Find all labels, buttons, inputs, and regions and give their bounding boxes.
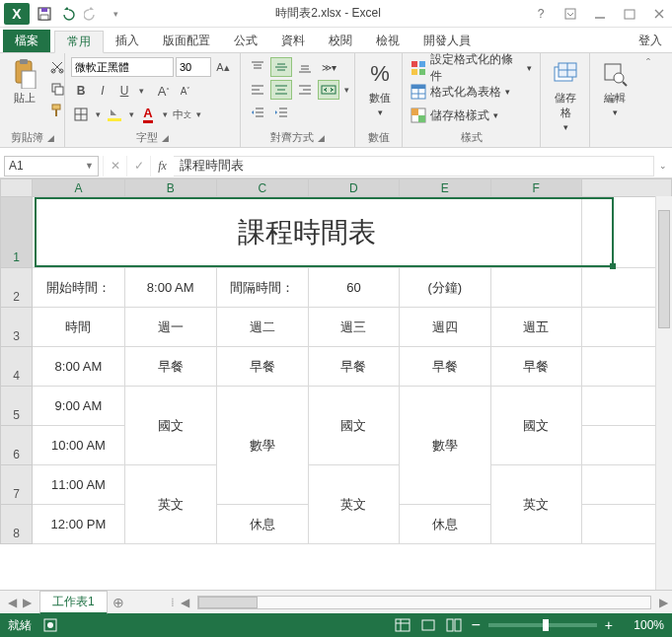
- align-bottom-icon[interactable]: [294, 57, 316, 77]
- cell-B7[interactable]: 英文: [124, 465, 216, 544]
- close-icon[interactable]: [650, 5, 668, 23]
- tab-review[interactable]: 校閱: [317, 30, 364, 52]
- zoom-slider-thumb[interactable]: [543, 619, 549, 631]
- phonetic-icon[interactable]: 中文: [172, 105, 191, 124]
- underline-more-icon[interactable]: ▾: [136, 81, 146, 101]
- align-left-icon[interactable]: [247, 80, 268, 100]
- expand-formula-bar-icon[interactable]: ⌄: [654, 161, 672, 171]
- col-header-B[interactable]: B: [124, 179, 216, 197]
- cell-C2[interactable]: 間隔時間：: [216, 268, 308, 308]
- cell-F4[interactable]: 早餐: [490, 347, 581, 387]
- tab-view[interactable]: 檢視: [364, 30, 411, 52]
- fill-color-icon[interactable]: [105, 105, 124, 124]
- fill-more-icon[interactable]: ▾: [126, 105, 136, 124]
- cell-A6[interactable]: 10:00 AM: [33, 426, 125, 465]
- cell-C4[interactable]: 早餐: [216, 347, 308, 387]
- undo-icon[interactable]: [59, 5, 77, 23]
- orientation-icon[interactable]: ≫▾: [318, 57, 339, 77]
- tab-insert[interactable]: 插入: [104, 30, 151, 52]
- cell-A2[interactable]: 開始時間：: [33, 268, 125, 308]
- cell-title[interactable]: 課程時間表: [33, 197, 582, 268]
- insert-function-icon[interactable]: fx: [150, 156, 174, 177]
- clipboard-launcher-icon[interactable]: ◢: [47, 133, 54, 143]
- tab-formulas[interactable]: 公式: [222, 30, 269, 52]
- namebox-dropdown-icon[interactable]: ▼: [85, 161, 94, 171]
- cell-D4[interactable]: 早餐: [308, 347, 399, 387]
- worksheet-grid[interactable]: A B C D E F 1 課程時間表 2 開始時間： 8:00 AM 間隔時間…: [0, 178, 672, 590]
- cell-B2[interactable]: 8:00 AM: [124, 268, 216, 308]
- format-painter-icon[interactable]: [47, 101, 67, 120]
- cell-A4[interactable]: 8:00 AM: [33, 347, 125, 387]
- row-header-5[interactable]: 5: [1, 387, 33, 426]
- cell-styles-button[interactable]: 儲存格樣式 ▾: [409, 105, 500, 126]
- name-box[interactable]: A1▼: [4, 156, 99, 177]
- zoom-slider[interactable]: [488, 623, 597, 627]
- font-color-icon[interactable]: A: [138, 105, 158, 124]
- enter-formula-icon[interactable]: ✓: [126, 156, 150, 177]
- formula-input[interactable]: 課程時間表: [174, 156, 654, 177]
- tab-layout[interactable]: 版面配置: [151, 30, 222, 52]
- maximize-icon[interactable]: [621, 5, 638, 23]
- col-header-blank[interactable]: [581, 179, 671, 197]
- format-as-table-button[interactable]: 格式化為表格 ▾: [409, 81, 512, 103]
- cell-E3[interactable]: 週四: [400, 308, 490, 347]
- col-header-E[interactable]: E: [400, 179, 490, 197]
- cell-B4[interactable]: 早餐: [124, 347, 216, 387]
- row-header-8[interactable]: 8: [1, 505, 33, 544]
- cell-A3[interactable]: 時間: [33, 308, 125, 347]
- hscroll-right-icon[interactable]: ▶: [655, 596, 672, 609]
- sign-in-link[interactable]: 登入: [629, 30, 672, 52]
- increase-font-icon[interactable]: A▴: [213, 57, 233, 77]
- sheet-tab-1[interactable]: 工作表1: [39, 591, 108, 614]
- bold-button[interactable]: B: [71, 81, 91, 101]
- tab-developer[interactable]: 開發人員: [411, 30, 483, 52]
- cancel-formula-icon[interactable]: ✕: [103, 156, 126, 177]
- merge-center-icon[interactable]: [318, 80, 339, 100]
- horizontal-scrollbar[interactable]: [197, 596, 651, 609]
- sheet-nav-prev-icon[interactable]: ◀: [8, 596, 17, 609]
- cell-E4[interactable]: 早餐: [400, 347, 490, 387]
- cells-button[interactable]: 儲存格▾: [547, 57, 584, 134]
- zoom-level[interactable]: 100%: [621, 618, 664, 632]
- page-layout-view-icon[interactable]: [419, 616, 437, 634]
- minimize-icon[interactable]: [591, 5, 609, 23]
- cut-icon[interactable]: [47, 57, 67, 77]
- col-header-F[interactable]: F: [490, 179, 581, 197]
- align-center-icon[interactable]: [270, 80, 292, 100]
- save-icon[interactable]: [36, 5, 53, 23]
- conditional-formatting-button[interactable]: 設定格式化的條件 ▾: [409, 57, 534, 79]
- align-launcher-icon[interactable]: ◢: [318, 133, 325, 143]
- vertical-scrollbar[interactable]: [655, 196, 672, 590]
- cell-A8[interactable]: 12:00 PM: [33, 505, 125, 544]
- excel-icon[interactable]: X: [4, 3, 30, 25]
- cell-E2[interactable]: (分鐘): [400, 268, 490, 308]
- qat-customize-icon[interactable]: ▾: [107, 5, 124, 23]
- paste-button[interactable]: 貼上: [6, 57, 43, 107]
- cell-F2[interactable]: [490, 268, 581, 308]
- tab-file[interactable]: 檔案: [3, 30, 50, 52]
- font-shrink-icon[interactable]: A˅: [176, 81, 195, 101]
- row-header-4[interactable]: 4: [1, 347, 33, 387]
- cell-F3[interactable]: 週五: [490, 308, 581, 347]
- cell-D3[interactable]: 週三: [308, 308, 399, 347]
- row-header-7[interactable]: 7: [1, 465, 33, 505]
- copy-icon[interactable]: [47, 79, 67, 99]
- cell-D7[interactable]: 英文: [308, 465, 399, 544]
- cell-C5[interactable]: 數學: [216, 387, 308, 505]
- decrease-indent-icon[interactable]: [247, 103, 268, 122]
- cell-B3[interactable]: 週一: [124, 308, 216, 347]
- font-name-select[interactable]: [71, 57, 174, 77]
- border-icon[interactable]: [71, 105, 91, 124]
- ribbon-options-icon[interactable]: [561, 5, 579, 23]
- macro-record-icon[interactable]: [41, 616, 59, 634]
- cell-C8[interactable]: 休息: [216, 505, 308, 544]
- hscroll-left-icon[interactable]: ◀: [177, 596, 193, 609]
- cell-A7[interactable]: 11:00 AM: [33, 465, 125, 505]
- row-header-6[interactable]: 6: [1, 426, 33, 465]
- select-all-corner[interactable]: [1, 179, 33, 197]
- row-header-1[interactable]: 1: [1, 197, 33, 268]
- add-sheet-icon[interactable]: ⊕: [108, 595, 129, 610]
- zoom-out-icon[interactable]: −: [471, 616, 480, 634]
- cell-C3[interactable]: 週二: [216, 308, 308, 347]
- col-header-A[interactable]: A: [33, 179, 125, 197]
